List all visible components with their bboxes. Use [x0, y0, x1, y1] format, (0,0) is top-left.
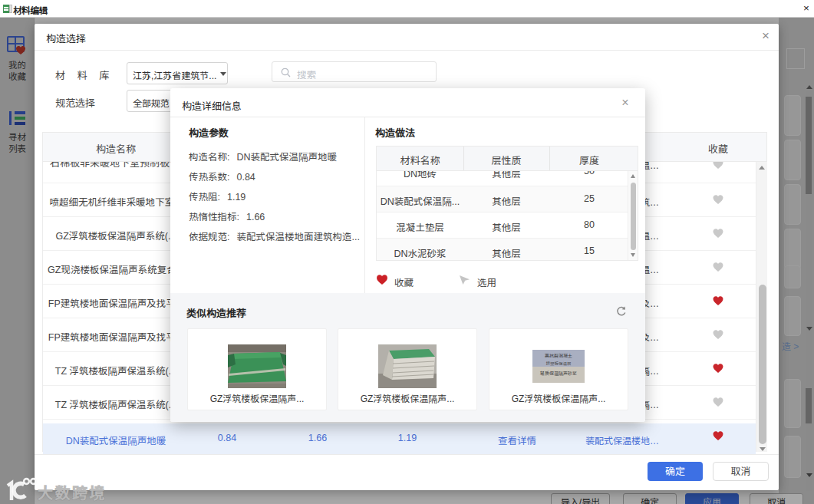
svg-text:轻质保温隔声砂浆: 轻质保温隔声砂浆 — [540, 371, 577, 377]
svg-text:挤塑板保温层: 挤塑板保温层 — [545, 361, 572, 366]
svg-text:高抗裂混凝土: 高抗裂混凝土 — [545, 353, 572, 358]
